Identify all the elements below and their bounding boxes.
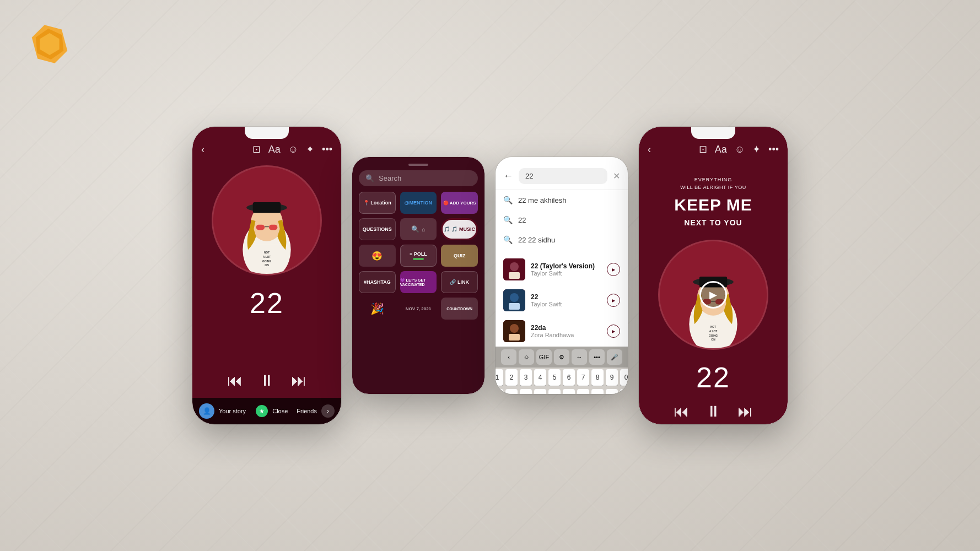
sticker-location[interactable]: 📍 Location [359, 192, 396, 214]
back-icon-4[interactable]: ‹ [648, 144, 651, 155]
result-3-thumb [503, 320, 525, 342]
more-icon[interactable]: ••• [322, 144, 332, 155]
svg-rect-13 [256, 225, 265, 230]
close-friends-star[interactable]: ★ [256, 405, 268, 417]
clear-search-button[interactable]: ✕ [613, 171, 620, 181]
lyrics-line3: KEEP ME [650, 192, 777, 217]
sticker-countdown[interactable]: COUNTDOWN [441, 298, 478, 320]
sticker-music[interactable]: 🎵 🎵 MUSIC [441, 218, 478, 240]
result-2-title: 22 [531, 293, 601, 301]
forward-button[interactable]: ⏭ [291, 371, 306, 390]
svg-rect-12 [253, 202, 281, 213]
key-q[interactable]: q [496, 389, 503, 394]
phone-4-lyrics: ‹ ⊡ Aa ☺ ✦ ••• EVERYTHING WILL BE ALRIGH… [639, 127, 788, 424]
back-icon[interactable]: ← [503, 170, 513, 182]
keyboard-settings-btn[interactable]: ⚙ [554, 349, 569, 365]
sparkle-icon[interactable]: ✦ [306, 143, 314, 155]
suggestion-1[interactable]: 🔍 22 me akhilesh [496, 190, 628, 210]
sticker-icon[interactable]: ☺ [288, 144, 298, 155]
key-o[interactable]: o [606, 389, 618, 394]
play-result-3-button[interactable]: ▶ [607, 325, 620, 338]
sticker-vaccinated[interactable]: 💜 LET'S GET VACCINATED [400, 271, 437, 293]
keyboard-qwerty-row: q w e r t y u i o p [496, 387, 628, 394]
key-5[interactable]: 5 [548, 369, 561, 386]
rewind-button[interactable]: ⏮ [227, 371, 243, 390]
result-3-artist: Zora Randhawa [531, 332, 601, 338]
keyboard-emoji-btn[interactable]: ☺ [519, 349, 534, 365]
key-w[interactable]: w [505, 389, 518, 394]
key-u[interactable]: u [577, 389, 589, 394]
camera-icon[interactable]: ⊡ [252, 143, 261, 155]
key-7[interactable]: 7 [577, 369, 589, 386]
keyboard-more-btn[interactable]: ••• [589, 349, 605, 365]
key-4[interactable]: 4 [534, 369, 546, 386]
next-arrow[interactable]: › [321, 404, 335, 418]
key-t[interactable]: t [548, 389, 561, 394]
back-icon[interactable]: ‹ [201, 144, 204, 155]
sticker-add-yours[interactable]: 🔴 ADD YOURS [441, 192, 478, 214]
song-number-4: 22 [696, 361, 730, 394]
sticker-hashtag[interactable]: #HASHTAG [359, 271, 396, 293]
sticker-link[interactable]: 🔗 LINK [441, 271, 478, 293]
svg-rect-21 [509, 303, 520, 310]
text-icon-4[interactable]: Aa [715, 144, 727, 155]
sticker-questions[interactable]: QUESTIONS [359, 218, 396, 240]
key-p[interactable]: p [620, 389, 628, 394]
sticker-gif-search[interactable]: 🔍 ⌂ [400, 218, 437, 240]
sticker-icon-4[interactable]: ☺ [735, 144, 745, 155]
key-1[interactable]: 1 [496, 369, 503, 386]
close-label: Close [272, 408, 288, 414]
text-icon[interactable]: Aa [268, 144, 281, 155]
play-result-1-button[interactable]: ▶ [607, 263, 620, 276]
keyboard-back-btn[interactable]: ‹ [501, 349, 516, 365]
sticker-date[interactable]: NOV 7, 2021 [400, 298, 437, 320]
key-i[interactable]: i [591, 389, 604, 394]
search-input[interactable]: 22 [519, 168, 607, 184]
sticker-poll[interactable]: ≡ POLL [400, 245, 437, 267]
play-overlay-circle[interactable]: ▶ [699, 281, 727, 309]
sticker-emoji-pack[interactable]: 🎉 [359, 298, 396, 320]
play-result-2-button[interactable]: ▶ [607, 294, 620, 307]
your-story-label: Your story [219, 408, 251, 414]
keyboard-gif-btn[interactable]: GIF [536, 349, 552, 365]
keyboard-translate-btn[interactable]: ↔ [572, 349, 587, 365]
result-3[interactable]: 22da Zora Randhawa ▶ [496, 316, 628, 347]
forward-button-4[interactable]: ⏭ [737, 402, 753, 420]
lyrics-container: EVERYTHING WILL BE ALRIGHT IF YOU KEEP M… [639, 160, 788, 234]
sparkle-icon-4[interactable]: ✦ [752, 143, 761, 155]
result-2[interactable]: 22 Taylor Swift ▶ [496, 285, 628, 316]
pause-button[interactable]: ⏸ [259, 371, 274, 390]
key-r[interactable]: r [534, 389, 546, 394]
play-overlay[interactable]: ▶ [660, 241, 767, 348]
pause-button-4[interactable]: ⏸ [706, 402, 721, 420]
suggestion-text-2: 22 [518, 216, 526, 224]
search-suggestion-icon-2: 🔍 [503, 215, 513, 224]
key-0[interactable]: 0 [620, 369, 628, 386]
key-8[interactable]: 8 [591, 369, 604, 386]
phone-4-screen: ‹ ⊡ Aa ☺ ✦ ••• EVERYTHING WILL BE ALRIGH… [639, 127, 788, 424]
key-6[interactable]: 6 [563, 369, 575, 386]
sticker-search-bar[interactable]: 🔍 Search [359, 170, 478, 186]
more-icon-4[interactable]: ••• [768, 144, 779, 155]
key-e[interactable]: e [520, 389, 532, 394]
phone-1-topbar-right: ⊡ Aa ☺ ✦ ••• [252, 143, 332, 155]
result-1[interactable]: 22 (Taylor's Version) Taylor Swift ▶ [496, 254, 628, 285]
key-y[interactable]: y [563, 389, 575, 394]
suggestion-2[interactable]: 🔍 22 [496, 210, 628, 230]
music-icon: 🎵 [444, 226, 450, 232]
result-2-thumb [503, 289, 525, 311]
key-3[interactable]: 3 [520, 369, 532, 386]
rewind-button-4[interactable]: ⏮ [674, 402, 689, 420]
key-2[interactable]: 2 [505, 369, 518, 386]
key-9[interactable]: 9 [606, 369, 618, 386]
sticker-emoji-slider[interactable]: 😍 [359, 245, 396, 267]
result-1-artist: Taylor Swift [531, 270, 601, 277]
suggestion-text-3: 22 22 sidhu [518, 236, 555, 244]
suggestion-3[interactable]: 🔍 22 22 sidhu [496, 230, 628, 250]
keyboard-mic-btn[interactable]: 🎤 [607, 349, 622, 365]
phones-container: ‹ ⊡ Aa ☺ ✦ ••• [192, 127, 788, 424]
camera-icon-4[interactable]: ⊡ [699, 143, 707, 155]
sticker-quiz[interactable]: QUIZ [441, 245, 478, 267]
sticker-mention[interactable]: @MENTION [400, 192, 437, 214]
phone-2-screen: 🔍 Search 📍 Location @MENTION 🔴 ADD YOURS… [352, 157, 484, 394]
